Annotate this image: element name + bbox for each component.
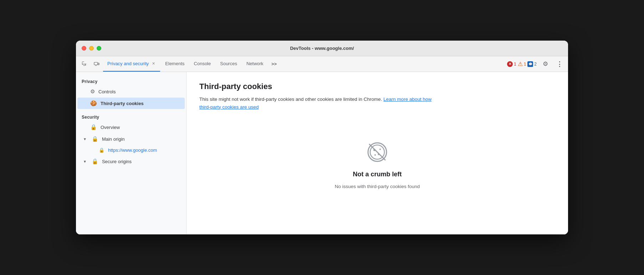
overview-label: Overview (101, 125, 120, 130)
message-icon: 💬 (527, 61, 533, 67)
tab-sources-label: Sources (220, 61, 237, 66)
tab-privacy-security-label: Privacy and security (107, 61, 149, 66)
secure-origins-label: Secure origins (102, 159, 132, 164)
badge-group: ✕ 1 ⚠ 1 💬 2 (507, 61, 537, 67)
select-element-button[interactable] (79, 56, 90, 72)
content-description: This site might not work if third-party … (199, 95, 442, 111)
window-body: Privacy and security ✕ Elements Console … (76, 56, 568, 234)
sidebar-item-secure-origins[interactable]: ▼ 🔒 Secure origins (77, 156, 185, 167)
tab-close-icon[interactable]: ✕ (151, 61, 156, 66)
sidebar: Privacy ⚙ Controls 🍪 Third-party cookies… (76, 72, 186, 234)
svg-line-12 (369, 144, 385, 160)
warning-badge[interactable]: ⚠ 1 (518, 61, 526, 67)
empty-state: Not a crumb left No issues with third-pa… (199, 139, 555, 189)
tab-sources[interactable]: Sources (216, 56, 241, 72)
warning-count: 1 (524, 62, 526, 67)
traffic-lights (82, 46, 101, 51)
sidebar-item-overview[interactable]: 🔒 Overview (77, 121, 185, 133)
gear-icon: ⚙ (90, 88, 95, 95)
expand-icon-main-origin: ▼ (83, 137, 87, 141)
error-badge[interactable]: ✕ 1 (507, 61, 516, 67)
maximize-button[interactable] (97, 46, 101, 51)
third-party-cookies-label: Third-party cookies (101, 101, 144, 106)
tab-console-label: Console (194, 61, 211, 66)
svg-rect-4 (98, 63, 99, 65)
settings-button[interactable]: ⚙ (540, 60, 551, 68)
error-count: 1 (514, 62, 516, 67)
device-icon (93, 61, 100, 67)
empty-subtitle: No issues with third-party cookies found (335, 184, 420, 189)
svg-point-9 (379, 149, 381, 150)
minimize-button[interactable] (89, 46, 94, 51)
title-bar: DevTools - www.google.com/ (76, 41, 568, 56)
description-text: This site might not work if third-party … (199, 97, 382, 102)
lock-icon-main-origin: 🔒 (92, 136, 98, 142)
lock-icon-overview: 🔒 (90, 124, 97, 130)
tab-elements-label: Elements (165, 61, 184, 66)
svg-point-11 (374, 154, 376, 156)
sidebar-item-google-url[interactable]: 🔒 https://www.google.com (77, 145, 185, 155)
sidebar-item-controls[interactable]: ⚙ Controls (77, 86, 185, 97)
lock-icon-secure-origins: 🔒 (92, 158, 98, 165)
toolbar-right: ✕ 1 ⚠ 1 💬 2 ⚙ ⋮ (507, 56, 565, 72)
content-title: Third-party cookies (199, 82, 555, 91)
main-origin-label: Main origin (102, 136, 125, 142)
message-count: 2 (534, 62, 537, 67)
tab-network[interactable]: Network (242, 56, 268, 72)
error-icon: ✕ (507, 61, 513, 67)
cookie-icon: 🍪 (90, 100, 97, 107)
more-tabs-button[interactable]: >> (269, 56, 280, 72)
close-button[interactable] (82, 46, 86, 51)
empty-title: Not a crumb left (353, 171, 402, 178)
controls-label: Controls (98, 89, 116, 94)
tab-network-label: Network (246, 61, 264, 66)
main-content: Privacy ⚙ Controls 🍪 Third-party cookies… (76, 72, 568, 234)
svg-rect-3 (94, 62, 98, 65)
warning-icon: ⚠ (518, 61, 523, 67)
no-cookie-icon (364, 139, 390, 165)
toolbar: Privacy and security ✕ Elements Console … (76, 56, 568, 72)
message-badge[interactable]: 💬 2 (527, 61, 537, 67)
devtools-window: DevTools - www.google.com/ (76, 41, 568, 234)
google-url-label: https://www.google.com (108, 147, 157, 153)
svg-rect-2 (82, 62, 82, 62)
tab-console[interactable]: Console (190, 56, 215, 72)
tab-elements[interactable]: Elements (161, 56, 189, 72)
sidebar-item-third-party-cookies[interactable]: 🍪 Third-party cookies (77, 98, 185, 109)
lock-icon-google: 🔒 (99, 147, 104, 153)
window-title: DevTools - www.google.com/ (290, 46, 354, 51)
device-mode-button[interactable] (91, 56, 102, 72)
sidebar-item-main-origin[interactable]: ▼ 🔒 Main origin (77, 133, 185, 145)
tab-privacy-security[interactable]: Privacy and security ✕ (103, 56, 160, 72)
expand-icon-secure-origins: ▼ (83, 160, 87, 164)
more-options-button[interactable]: ⋮ (554, 60, 565, 68)
security-section-label: Security (76, 112, 186, 121)
privacy-section-label: Privacy (76, 76, 186, 85)
cursor-icon (81, 61, 88, 67)
content-panel: Third-party cookies This site might not … (186, 72, 568, 234)
